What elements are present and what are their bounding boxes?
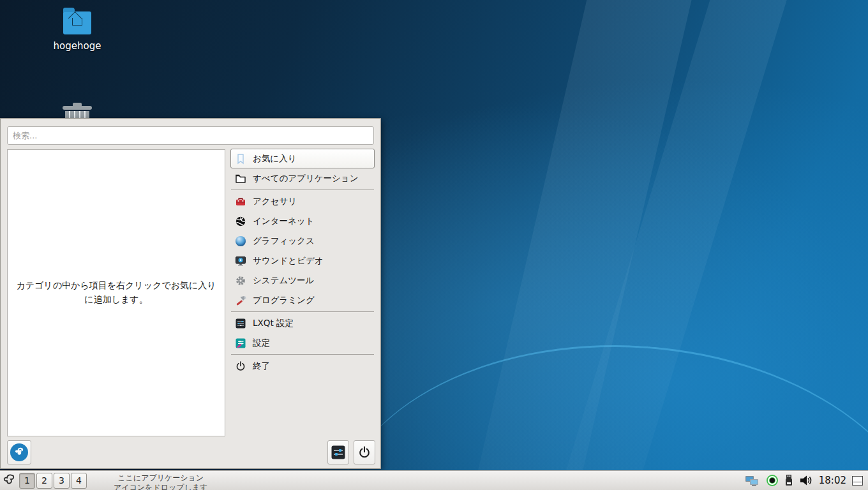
menu-item-label: システムツール: [253, 275, 314, 286]
menu-item-graphics[interactable]: グラフィックス: [230, 231, 375, 251]
menu-separator: [231, 311, 374, 312]
taskbar: 1234 ここにアプリケーション アイコンをドロップします: [0, 470, 868, 490]
wallpaper-arc: [319, 325, 868, 490]
menu-item-label: プログラミング: [253, 295, 315, 306]
wallpaper-swoosh: [548, 0, 808, 490]
favorites-hint-text: カテゴリの中から項目を右クリックでお気に入りに追加します。: [8, 279, 225, 306]
system-tray: 18:02: [745, 471, 868, 490]
bookmark-icon: [235, 153, 246, 165]
menu-item-label: アクセサリ: [253, 196, 297, 207]
desktop-icon-hogehoge[interactable]: hogehoge: [42, 11, 112, 52]
menu-item-label: サウンドとビデオ: [253, 255, 324, 267]
search-input[interactable]: [7, 126, 374, 145]
lxqt-logo-icon: [10, 443, 28, 461]
menu-item-label: 設定: [253, 338, 270, 349]
menu-item-label: グラフィックス: [253, 235, 315, 247]
globe-icon: [235, 216, 246, 227]
menu-item-label: すべてのアプリケーション: [253, 173, 358, 184]
about-lxqt-button[interactable]: [7, 440, 31, 464]
menu-separator: [231, 354, 374, 355]
menu-item-internet[interactable]: インターネット: [230, 211, 375, 231]
quicklaunch-hint-line2: アイコンをドロップします: [114, 483, 207, 490]
house-icon: [72, 18, 82, 26]
app-menu-popup: カテゴリの中から項目を右クリックでお気に入りに追加します。 お気に入りすべてのア…: [0, 118, 381, 469]
settings-icon: [235, 338, 246, 349]
power-icon: [357, 445, 371, 459]
sliders-icon: [331, 445, 346, 460]
network-icon[interactable]: [745, 474, 760, 487]
volume-icon[interactable]: [799, 474, 813, 487]
home-folder-icon: [63, 11, 91, 34]
lxqt-bird-icon: [1, 473, 17, 488]
menu-item-label: 終了: [253, 360, 270, 372]
wallpaper-swoosh: [463, 0, 707, 490]
recorder-tray-icon[interactable]: [766, 474, 779, 487]
quicklaunch-hint-line1: ここにアプリケーション: [114, 473, 207, 483]
favorites-pane: カテゴリの中から項目を右クリックでお気に入りに追加します。: [7, 149, 225, 436]
sphere-icon: [235, 235, 246, 247]
monitor-play-icon: [235, 255, 246, 267]
lxqt-settings-icon: [235, 318, 246, 329]
menu-item-label: お気に入り: [253, 153, 296, 165]
menu-item-leave[interactable]: 終了: [230, 356, 375, 376]
desktop-wallpaper: hogehoge カテゴリの中から項目を右クリックでお気に入りに追加します。 お…: [0, 0, 868, 490]
menu-item-sound-video[interactable]: サウンドとビデオ: [230, 251, 375, 271]
show-desktop-button[interactable]: [852, 476, 863, 486]
desktop-icon-label: hogehoge: [42, 40, 112, 52]
quicklaunch-hint: ここにアプリケーション アイコンをドロップします: [114, 471, 207, 490]
toolbox-icon: [235, 196, 246, 207]
menu-separator: [231, 189, 374, 190]
workspace-switcher: 1234: [19, 473, 87, 489]
workspace-button-2[interactable]: 2: [36, 473, 52, 489]
main-menu-button[interactable]: [0, 471, 18, 490]
menu-item-lxqt-settings[interactable]: LXQt 設定: [230, 313, 375, 333]
workspace-button-4[interactable]: 4: [71, 473, 87, 489]
menu-settings-button[interactable]: [327, 440, 349, 464]
removable-media-icon[interactable]: [784, 474, 793, 487]
clock[interactable]: 18:02: [819, 475, 846, 486]
folder-icon: [235, 173, 246, 184]
menu-leave-button[interactable]: [354, 440, 375, 464]
menu-item-accessories[interactable]: アクセサリ: [230, 191, 375, 211]
power-icon: [235, 360, 246, 372]
workspace-button-3[interactable]: 3: [54, 473, 70, 489]
menu-item-all-applications[interactable]: すべてのアプリケーション: [230, 168, 375, 188]
gear-icon: [235, 275, 246, 286]
category-list: お気に入りすべてのアプリケーションアクセサリインターネットグラフィックスサウンド…: [230, 149, 375, 376]
menu-item-label: LXQt 設定: [253, 318, 294, 329]
menu-item-settings[interactable]: 設定: [230, 333, 375, 353]
menu-item-favorites[interactable]: お気に入り: [230, 149, 375, 168]
menu-item-system-tools[interactable]: システムツール: [230, 271, 375, 290]
menu-item-label: インターネット: [253, 216, 314, 227]
menu-item-programming[interactable]: プログラミング: [230, 290, 375, 310]
workspace-button-1[interactable]: 1: [19, 473, 35, 489]
hammer-icon: [235, 295, 246, 306]
